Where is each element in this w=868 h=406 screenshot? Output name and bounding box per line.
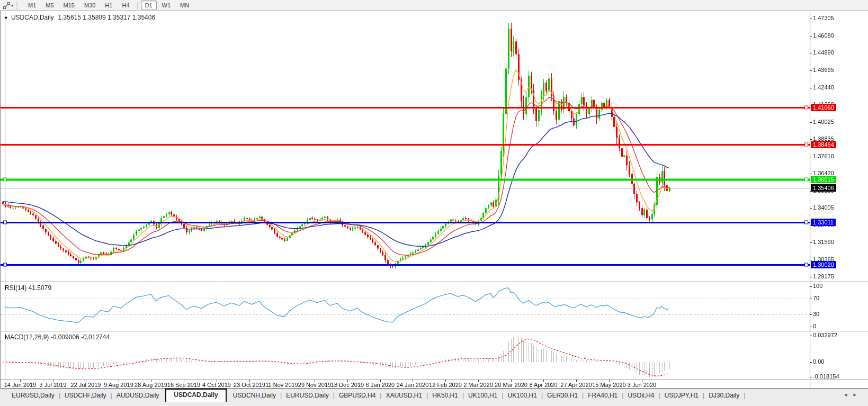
price-tick-1.46080: 1.46080 bbox=[813, 32, 834, 39]
date-tick-label: 6 Jan 2020 bbox=[366, 382, 395, 388]
date-tick-label: 28 Aug 2019 bbox=[135, 382, 167, 388]
price-tick-1.29175: 1.29175 bbox=[813, 273, 834, 279]
timeframe-button-m15[interactable]: M15 bbox=[59, 1, 79, 10]
rsi-indicator-label: RSI(14) 41.5079 bbox=[5, 284, 51, 292]
price-tick-1.31590: 1.31590 bbox=[813, 239, 834, 245]
rsi-scale-100: 100 bbox=[813, 283, 822, 289]
date-tick-label: 18 Dec 2019 bbox=[331, 382, 364, 388]
date-tick-label: 14 Jun 2019 bbox=[4, 382, 37, 388]
date-tick-label: 12 Feb 2020 bbox=[429, 382, 462, 388]
chart-tab-usdjpy-h1[interactable]: USDJPY,H1 bbox=[660, 390, 703, 402]
chart-title: ▼USDCAD,Daily1.35615 1.35809 1.35317 1.3… bbox=[4, 14, 155, 21]
scroll-right-icon[interactable]: ▸ bbox=[853, 391, 863, 398]
price-tick-1.34005: 1.34005 bbox=[813, 204, 834, 211]
level-price-label: 1.41060 bbox=[811, 104, 836, 111]
timeframe-button-h4[interactable]: H4 bbox=[118, 1, 133, 10]
date-tick-label: 15 May 2020 bbox=[592, 382, 626, 388]
date-tick-label: 16 Sep 2019 bbox=[167, 382, 200, 388]
date-tick-label: 9 Aug 2019 bbox=[104, 382, 133, 388]
tab-separator: | bbox=[744, 392, 745, 402]
date-tick-label: 3 Jul 2019 bbox=[40, 382, 67, 388]
date-tick-label: 23 Oct 2019 bbox=[234, 382, 265, 388]
chart-tab-gbpusd-h4[interactable]: GBPUSD,H4 bbox=[335, 390, 380, 402]
date-tick-label: 2 Mar 2020 bbox=[463, 382, 493, 388]
chevron-down-icon[interactable]: ▾ bbox=[11, 3, 13, 8]
date-tick-label: 11 Nov 2019 bbox=[265, 382, 298, 388]
toolbar-grip[interactable] bbox=[16, 2, 20, 9]
timeframe-button-d1[interactable]: D1 bbox=[141, 1, 157, 10]
macd-indicator-label: MACD(12,26,9) -0.009006 -0.012744 bbox=[5, 333, 110, 341]
chart-tab-usdcnh-daily[interactable]: USDCNH,Daily bbox=[229, 390, 280, 402]
date-tick-label: 4 Oct 2019 bbox=[202, 382, 231, 388]
symbol-label: USDCAD,Daily bbox=[11, 14, 54, 21]
tab-scroll-arrows: ◂▸ bbox=[844, 391, 863, 398]
price-tick-1.40025: 1.40025 bbox=[813, 119, 834, 125]
price-tick-1.44890: 1.44890 bbox=[813, 49, 834, 56]
chart-tab-ger30-h1[interactable]: GER30,H1 bbox=[543, 390, 582, 402]
level-price-label: 1.36015 bbox=[811, 176, 836, 183]
date-tick-label: 22 Jul 2019 bbox=[71, 382, 101, 388]
timeframe-button-h1[interactable]: H1 bbox=[101, 1, 117, 10]
date-tick-label: 27 Apr 2020 bbox=[560, 382, 592, 388]
ohlc-values: 1.35615 1.35809 1.35317 1.35406 bbox=[58, 14, 156, 21]
chart-tab-usdcad-daily[interactable]: USDCAD,Daily bbox=[165, 389, 226, 402]
date-tick-label: 20 Mar 2020 bbox=[495, 382, 527, 388]
date-tick-label: 24 Jan 2020 bbox=[397, 382, 429, 388]
chart-tab-hk50-h1[interactable]: HK50,H1 bbox=[428, 390, 462, 402]
date-tick-label: 3 Jun 2020 bbox=[628, 382, 656, 388]
chart-tab-xauusd-h1[interactable]: XAUUSD,H1 bbox=[381, 390, 426, 402]
chart-window: ▼USDCAD,Daily1.35615 1.35809 1.35317 1.3… bbox=[0, 11, 868, 388]
chart-tab-fra40-h1[interactable]: FRA40,H1 bbox=[584, 390, 622, 402]
timeframe-button-m5[interactable]: M5 bbox=[41, 1, 58, 10]
price-tick-1.47305: 1.47305 bbox=[813, 15, 834, 21]
current-price-label: 1.35406 bbox=[811, 184, 836, 192]
price-tick-1.42440: 1.42440 bbox=[813, 84, 834, 91]
timeframe-button-m1[interactable]: M1 bbox=[24, 1, 40, 10]
rsi-scale-70: 70 bbox=[813, 295, 819, 301]
date-tick-label: 29 Nov 2019 bbox=[298, 382, 331, 388]
collapse-triangle-icon[interactable]: ▼ bbox=[4, 15, 8, 21]
toolbar-separator bbox=[137, 2, 138, 9]
chart-canvas[interactable] bbox=[1, 11, 868, 388]
rsi-scale-30: 30 bbox=[813, 311, 819, 317]
timeframe-toolbar: ▾ M1M5M15M30H1H4D1W1MN bbox=[0, 0, 868, 11]
scroll-left-icon[interactable]: ◂ bbox=[844, 391, 854, 398]
level-price-label: 1.33011 bbox=[811, 219, 836, 226]
price-tick-1.43665: 1.43665 bbox=[813, 67, 834, 73]
rsi-scale-0: 0 bbox=[813, 323, 816, 329]
date-tick-label: 8 Apr 2020 bbox=[529, 382, 557, 388]
chart-tab-uk100-h1[interactable]: UK100,H1 bbox=[504, 390, 541, 402]
macd-scale-0.032972: 0.032972 bbox=[813, 332, 837, 338]
macd-scale-0.00: 0.00 bbox=[813, 358, 824, 365]
chart-tab-usdchf-daily[interactable]: USDCHF,Daily bbox=[60, 390, 111, 402]
chart-tab-audusd-daily[interactable]: AUDUSD,Daily bbox=[112, 390, 164, 402]
chart-tab-usoil-h4[interactable]: USOil,H4 bbox=[623, 390, 658, 402]
level-price-label: 1.38464 bbox=[811, 141, 836, 148]
line-tool-icon[interactable] bbox=[2, 1, 11, 10]
chart-tab-eurusd-daily[interactable]: EURUSD,Daily bbox=[7, 390, 59, 402]
timeframe-button-mn[interactable]: MN bbox=[176, 1, 193, 10]
chart-tab-dj30-daily[interactable]: DJ30,Daily bbox=[704, 390, 744, 402]
chart-tabs: EURUSD,Daily|USDCHF,Daily|AUDUSD,DailyUS… bbox=[7, 389, 745, 402]
chart-tab-uk100-h1[interactable]: UK100,H1 bbox=[464, 390, 502, 402]
timeframe-buttons: M1M5M15M30H1H4D1W1MN bbox=[23, 1, 194, 10]
timeframe-button-w1[interactable]: W1 bbox=[158, 1, 175, 10]
chart-tab-bar: EURUSD,Daily|USDCHF,Daily|AUDUSD,DailyUS… bbox=[0, 388, 868, 402]
macd-scale--0.018154: -0.018154 bbox=[813, 373, 839, 380]
status-strip bbox=[0, 402, 868, 406]
level-price-label: 1.30020 bbox=[811, 261, 836, 268]
mt4-terminal: ▾ M1M5M15M30H1H4D1W1MN ▼USDCAD,Daily1.35… bbox=[0, 0, 868, 406]
chart-tab-eurusd-daily[interactable]: EURUSD,Daily bbox=[282, 390, 333, 402]
price-tick-1.37610: 1.37610 bbox=[813, 153, 834, 159]
timeframe-button-m30[interactable]: M30 bbox=[80, 1, 100, 10]
